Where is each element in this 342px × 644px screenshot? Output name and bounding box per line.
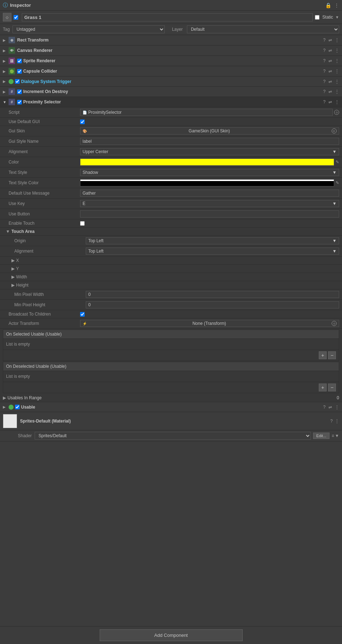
shader-list-icon[interactable]: ≡ (332, 433, 334, 438)
actor-transform-circle-btn[interactable]: ⊙ (332, 321, 337, 326)
on-selected-minus-btn[interactable]: − (328, 351, 336, 359)
sprite-renderer-checkbox[interactable] (17, 59, 22, 63)
usable-checkbox[interactable] (15, 405, 20, 409)
component-proximity-selector[interactable]: ▼ # Proximity Selector ? ⇌ ⋮ (0, 97, 342, 107)
gui-skin-field[interactable]: 🎨 GameSkin (GUI Skin) ⊙ (80, 127, 339, 135)
color-pencil-icon[interactable]: ✎ (336, 160, 339, 165)
canvas-renderer-menu[interactable]: ⋮ (335, 48, 339, 53)
use-default-gui-checkbox[interactable] (80, 119, 85, 124)
actor-transform-field[interactable]: ⚡ None (Transform) ⊙ (80, 320, 339, 327)
touch-area-header[interactable]: ▼ Touch Area (0, 228, 342, 236)
rect-transform-menu[interactable]: ⋮ (335, 38, 339, 43)
rect-transform-settings[interactable]: ⇌ (328, 38, 332, 43)
usable-help[interactable]: ? (323, 405, 326, 410)
alignment-dropdown[interactable]: Upper Center ▼ (80, 148, 339, 155)
capsule-collider-arrow[interactable]: ▶ (3, 69, 7, 73)
min-pixel-width-input[interactable] (86, 291, 339, 298)
canvas-renderer-help[interactable]: ? (323, 48, 326, 53)
use-button-input[interactable] (80, 210, 339, 218)
dialogue-trigger-settings[interactable]: ⇌ (328, 79, 332, 84)
proximity-selector-settings[interactable]: ⇌ (328, 99, 332, 104)
rect-transform-help[interactable]: ? (323, 38, 326, 43)
shader-row: Shader Sprites/Default Edit... ≡ ▼ (0, 430, 342, 441)
component-dialogue-system-trigger[interactable]: ▶ Dialogue System Trigger ? ⇌ ⋮ (0, 77, 342, 87)
sprite-renderer-help[interactable]: ? (323, 58, 326, 63)
increment-destroy-settings[interactable]: ⇌ (328, 89, 332, 94)
usable-arrow[interactable]: ▶ (3, 405, 7, 409)
dialogue-trigger-help[interactable]: ? (323, 79, 326, 84)
usable-actions: ? ⇌ ⋮ (323, 405, 339, 410)
proximity-selector-help[interactable]: ? (323, 99, 326, 104)
static-dropdown-arrow[interactable]: ▼ (335, 15, 339, 19)
proximity-selector-menu[interactable]: ⋮ (335, 99, 339, 104)
gui-style-name-input[interactable] (80, 138, 339, 145)
shader-expand-icon[interactable]: ▼ (335, 433, 339, 438)
proximity-selector-checkbox[interactable] (17, 100, 22, 104)
width-arrow[interactable]: ▶ (11, 274, 15, 279)
text-style-dropdown[interactable]: Shadow ▼ (80, 169, 339, 176)
y-arrow[interactable]: ▶ (11, 266, 15, 271)
gameobject-name-input[interactable] (22, 13, 313, 21)
capsule-collider-checkbox[interactable] (17, 69, 22, 74)
color-field-black[interactable] (80, 179, 334, 186)
enable-touch-row: Enable Touch (0, 219, 342, 228)
shader-dropdown[interactable]: Sprites/Default (35, 432, 311, 440)
sprite-renderer-settings[interactable]: ⇌ (328, 58, 332, 63)
text-style-color-pencil[interactable]: ✎ (336, 180, 339, 185)
origin-dropdown[interactable]: Top Left ▼ (86, 237, 339, 244)
usable-settings[interactable]: ⇌ (328, 405, 332, 410)
component-usable[interactable]: ▶ Usable ? ⇌ ⋮ (0, 402, 342, 412)
capsule-collider-menu[interactable]: ⋮ (335, 69, 339, 74)
material-help[interactable]: ? (330, 419, 333, 424)
lock-icon[interactable]: 🔒 (325, 3, 331, 8)
capsule-collider-settings[interactable]: ⇌ (328, 69, 332, 74)
use-key-dropdown[interactable]: E ▼ (80, 200, 339, 207)
menu-icon[interactable]: ⋮ (334, 3, 339, 8)
component-sprite-renderer[interactable]: ▶ 🖼 Sprite Renderer ? ⇌ ⋮ (0, 56, 342, 66)
sprite-renderer-menu[interactable]: ⋮ (335, 58, 339, 63)
proximity-selector-arrow[interactable]: ▼ (3, 100, 7, 104)
static-checkbox[interactable] (315, 15, 319, 20)
capsule-collider-help[interactable]: ? (323, 69, 326, 74)
touch-area-arrow[interactable]: ▼ (6, 229, 10, 234)
component-capsule-collider[interactable]: ▶ 🟢 Capsule Collider ? ⇌ ⋮ (0, 66, 342, 77)
increment-destroy-help[interactable]: ? (323, 89, 326, 94)
text-style-color-row: Text Style Color ✎ (0, 178, 342, 188)
increment-destroy-arrow[interactable]: ▶ (3, 90, 7, 94)
x-arrow[interactable]: ▶ (11, 258, 15, 263)
increment-destroy-menu[interactable]: ⋮ (335, 89, 339, 94)
component-increment-on-destroy[interactable]: ▶ # Increment On Destroy ? ⇌ ⋮ (0, 87, 342, 97)
dialogue-trigger-menu[interactable]: ⋮ (335, 79, 339, 84)
on-deselected-minus-btn[interactable]: − (328, 384, 336, 391)
layer-dropdown[interactable]: Default (187, 25, 339, 33)
edit-shader-button[interactable]: Edit... (313, 433, 329, 439)
material-menu[interactable]: ⋮ (335, 419, 339, 424)
canvas-renderer-settings[interactable]: ⇌ (328, 48, 332, 53)
sprite-renderer-arrow[interactable]: ▶ (3, 59, 7, 63)
on-selected-usable-footer: + − (3, 350, 339, 361)
color-field-yellow[interactable] (80, 158, 334, 166)
min-pixel-height-input[interactable] (86, 301, 339, 308)
dialogue-trigger-checkbox[interactable] (15, 79, 20, 84)
rect-transform-arrow[interactable]: ▶ (3, 38, 7, 42)
increment-destroy-checkbox[interactable] (17, 89, 22, 94)
dialogue-trigger-arrow[interactable]: ▶ (3, 79, 7, 83)
on-selected-plus-btn[interactable]: + (319, 351, 327, 359)
usable-menu[interactable]: ⋮ (335, 405, 339, 410)
component-canvas-renderer[interactable]: ▶ 👁 Canvas Renderer ? ⇌ ⋮ (0, 45, 342, 56)
canvas-renderer-arrow[interactable]: ▶ (3, 49, 7, 53)
script-circle-btn[interactable]: ⊙ (334, 110, 339, 115)
enable-touch-checkbox[interactable] (80, 221, 85, 226)
height-arrow[interactable]: ▶ (11, 283, 15, 288)
on-deselected-plus-btn[interactable]: + (319, 384, 327, 391)
usables-in-range-arrow[interactable]: ▶ (3, 395, 6, 400)
default-use-message-input[interactable] (80, 190, 339, 197)
gameobject-active-checkbox[interactable] (14, 15, 18, 20)
component-rect-transform[interactable]: ▶ ⊕ Rect Transform ? ⇌ ⋮ (0, 35, 342, 45)
add-component-button[interactable]: Add Component (100, 629, 243, 641)
broadcast-to-children-checkbox[interactable] (80, 312, 85, 317)
tag-dropdown[interactable]: Untagged (13, 25, 165, 33)
gui-skin-circle-btn[interactable]: ⊙ (332, 128, 337, 133)
script-field[interactable]: 📄 ProximitySelector (80, 109, 333, 116)
alignment2-dropdown[interactable]: Top Left ▼ (86, 248, 339, 255)
